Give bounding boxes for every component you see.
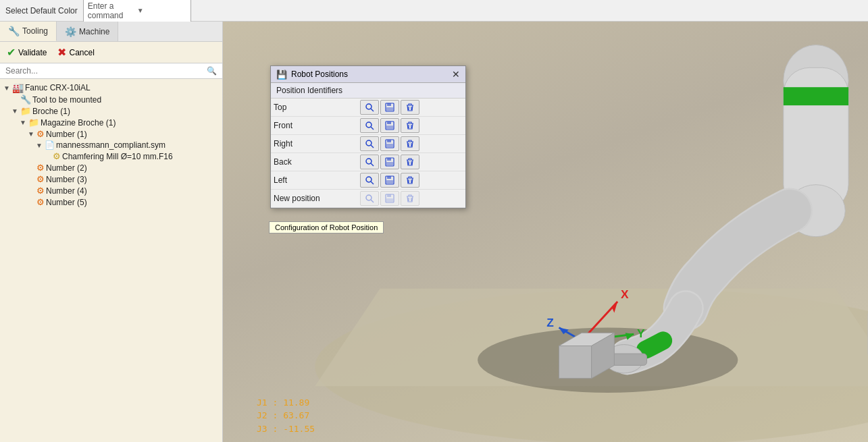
svg-point-47	[366, 122, 372, 128]
search-input[interactable]	[0, 63, 201, 78]
delete-position-button[interactable]	[401, 136, 419, 151]
tree-item-number2[interactable]: ⚙ Number (2)	[0, 162, 222, 173]
search-bar: 🔍	[0, 63, 222, 79]
expand-number1: ▼	[27, 130, 35, 138]
position-row: Top	[271, 99, 465, 117]
magazine-icon: 📁	[28, 117, 39, 128]
tree-item-number1[interactable]: ▼ ⚙ Number (1)	[0, 128, 222, 140]
cancel-icon: ✖	[57, 46, 66, 59]
tab-machine[interactable]: ⚙️ Machine	[57, 22, 118, 41]
svg-rect-39	[559, 346, 592, 379]
tree-panel: ▼ 🏭 Fanuc CRX-10iAL 🔧 Tool to be mounted…	[0, 79, 222, 442]
tree-item-tool[interactable]: 🔧 Tool to be mounted	[0, 94, 222, 105]
search-position-button[interactable]	[360, 155, 379, 169]
delete-position-button[interactable]	[401, 155, 419, 169]
mill-label: Chamfering Mill Ø=10 mm.F16	[62, 152, 173, 161]
search-position-button[interactable]	[360, 173, 379, 188]
svg-rect-46	[386, 107, 393, 111]
position-row: Left	[271, 171, 465, 190]
j2-value: J2 : 63.67	[257, 409, 315, 422]
cancel-label: Cancel	[69, 48, 94, 57]
svg-text:Y: Y	[637, 327, 645, 340]
fanuc-label: Fanuc CRX-10iAL	[25, 83, 91, 92]
dropdown-arrow: ▼	[137, 7, 186, 14]
tree-item-broche[interactable]: ▼ 📁 Broche (1)	[0, 105, 222, 117]
save-position-button[interactable]	[380, 118, 399, 133]
delete-position-button[interactable]	[401, 173, 419, 188]
number2-label: Number (2)	[46, 163, 87, 173]
svg-point-57	[366, 159, 372, 164]
search-position-button	[360, 191, 379, 206]
number4-icon: ⚙	[36, 186, 45, 196]
cancel-button[interactable]: ✖ Cancel	[57, 46, 94, 59]
svg-point-52	[366, 140, 372, 146]
save-position-button[interactable]	[380, 173, 399, 188]
robot-positions-dialog: 💾 Robot Positions ✕ Position Identifiers…	[270, 65, 466, 209]
svg-line-48	[371, 127, 374, 130]
svg-line-53	[371, 145, 374, 148]
save-position-button[interactable]	[380, 155, 399, 169]
tree-item-mill[interactable]: ⚙ Chamfering Mill Ø=10 mm.F16	[0, 150, 222, 162]
left-panel: 🔧 Tooling ⚙️ Machine ✔ Validate ✖ Cancel…	[0, 22, 223, 442]
dialog-titlebar: 💾 Robot Positions ✕	[271, 66, 465, 83]
validate-icon: ✔	[7, 46, 16, 59]
search-position-button[interactable]	[360, 136, 379, 151]
svg-rect-70	[387, 194, 391, 197]
search-position-button[interactable]	[360, 118, 379, 133]
tool-label: Tool to be mounted	[32, 95, 101, 105]
fanuc-icon: 🏭	[12, 82, 24, 93]
position-row: Right	[271, 135, 465, 153]
command-dropdown[interactable]: Enter a command ▼	[83, 0, 191, 22]
magazine-label: Magazine Broche (1)	[41, 118, 116, 128]
j1-value: J1 : 11.89	[257, 396, 315, 410]
tree-item-number3[interactable]: ⚙ Number (3)	[0, 173, 222, 185]
tree-item-number4[interactable]: ⚙ Number (4)	[0, 185, 222, 196]
number5-icon: ⚙	[36, 197, 45, 207]
tab-tooling[interactable]: 🔧 Tooling	[0, 22, 57, 41]
svg-rect-60	[387, 158, 391, 161]
save-position-button	[380, 191, 399, 206]
top-bar: Select Default Color Enter a command ▼	[0, 0, 868, 22]
delete-position-button[interactable]	[401, 100, 419, 115]
svg-text:X: X	[621, 287, 629, 301]
expand-fanuc: ▼	[3, 84, 11, 92]
svg-point-42	[366, 104, 372, 109]
dialog-save-icon: 💾	[276, 70, 287, 80]
position-name: Back	[271, 153, 357, 171]
svg-rect-50	[387, 121, 391, 124]
delete-position-button[interactable]	[401, 118, 419, 133]
svg-line-63	[371, 182, 374, 184]
position-row: Front	[271, 117, 465, 135]
save-position-button[interactable]	[380, 136, 399, 151]
svg-point-62	[366, 177, 372, 182]
position-name: New position	[271, 190, 357, 208]
svg-rect-65	[387, 176, 391, 179]
tab-tooling-label: Tooling	[22, 26, 48, 36]
expand-sym: ▼	[35, 142, 43, 149]
number2-icon: ⚙	[36, 163, 45, 173]
tab-bar: 🔧 Tooling ⚙️ Machine	[0, 22, 222, 42]
svg-text:Z: Z	[546, 316, 554, 329]
number3-label: Number (3)	[46, 175, 87, 184]
tree-item-sym[interactable]: ▼ 📄 mannessmann_compliant.sym	[0, 140, 222, 150]
tab-machine-label: Machine	[79, 27, 109, 36]
dialog-close-button[interactable]: ✕	[452, 69, 460, 80]
validate-button[interactable]: ✔ Validate	[7, 46, 47, 59]
svg-line-58	[371, 163, 374, 166]
tree-item-fanuc[interactable]: ▼ 🏭 Fanuc CRX-10iAL	[0, 82, 222, 94]
search-position-button[interactable]	[360, 100, 379, 115]
number1-icon: ⚙	[36, 129, 45, 139]
tree-item-magazine[interactable]: ▼ 📁 Magazine Broche (1)	[0, 117, 222, 128]
broche-icon: 📁	[20, 106, 31, 116]
position-name: Front	[271, 117, 357, 135]
number5-label: Number (5)	[46, 198, 87, 207]
expand-broche: ▼	[11, 107, 19, 115]
machine-icon: ⚙️	[65, 26, 76, 37]
center-area: XML	[223, 22, 868, 442]
number3-icon: ⚙	[36, 174, 45, 184]
sym-icon: 📄	[45, 140, 55, 150]
j3-value: J3 : -11.55	[257, 422, 315, 436]
save-position-button[interactable]	[380, 100, 399, 115]
tree-item-number5[interactable]: ⚙ Number (5)	[0, 196, 222, 208]
delete-position-button	[401, 191, 419, 206]
